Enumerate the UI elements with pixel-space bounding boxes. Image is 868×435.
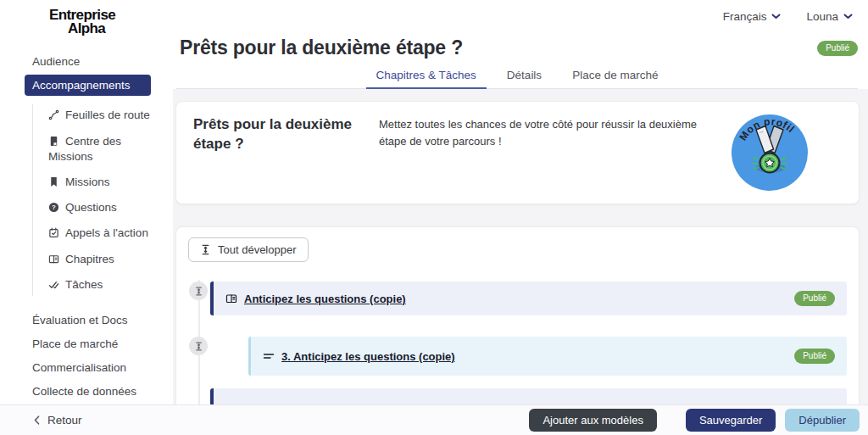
page-title: Prêts pour la deuxième étape ? xyxy=(180,36,463,59)
bookmark-icon xyxy=(48,176,59,187)
sidebar-item-taches[interactable]: Tâches xyxy=(32,272,166,298)
title-row: Prêts pour la deuxième étape ? Publié xyxy=(180,36,858,59)
brand-line2: Alpha xyxy=(68,22,173,36)
sidebar-item-label: Chapitres xyxy=(65,253,114,265)
sidebar-item-audience[interactable]: Audience xyxy=(25,51,151,72)
content-area: Prêts pour la deuxième étape ? Mettez to… xyxy=(173,89,868,435)
sidebar-item-collecte-de-donnees[interactable]: Collecte de données xyxy=(25,381,151,402)
sidebar-item-label: Missions xyxy=(65,176,110,188)
double-check-icon xyxy=(48,279,59,290)
add-to-templates-button[interactable]: Ajouter aux modèles xyxy=(529,409,657,432)
sidebar-item-appels-a-laction[interactable]: Appels à l'action xyxy=(32,220,166,246)
sidebar-nav: Audience Accompagnements Feuilles de rou… xyxy=(0,51,173,435)
sidebar-item-place-de-marche[interactable]: Place de marché xyxy=(25,333,151,354)
sidebar-item-missions[interactable]: Missions xyxy=(32,170,166,195)
tab-bar: Chapitres & Tâches Détails Place de marc… xyxy=(176,61,858,89)
expand-all-button[interactable]: Tout développer xyxy=(188,237,309,262)
chapter-title-link[interactable]: Anticipez les questions (copie) xyxy=(244,293,406,305)
unpublish-button[interactable]: Dépublier xyxy=(785,409,860,432)
main-header: Français Louna Prêts pour la deuxième ét… xyxy=(173,0,868,89)
back-button[interactable]: Retour xyxy=(34,414,82,427)
chapter-row[interactable]: Anticipez les questions (copie) Publié xyxy=(210,282,847,315)
sidebar-item-evaluation-et-docs[interactable]: Évaluation et Docs xyxy=(25,310,151,331)
chevron-down-icon xyxy=(843,14,853,20)
tab-chapitres-taches[interactable]: Chapitres & Tâches xyxy=(366,61,487,89)
task-lines-icon xyxy=(263,350,275,362)
book-icon xyxy=(48,136,59,147)
chapters-panel: Tout développer Anticipez les questions … xyxy=(175,226,860,430)
task-row[interactable]: 3. Anticipez les questions (copie) Publi… xyxy=(248,337,847,376)
unfold-vertical-icon xyxy=(200,244,211,255)
collapse-node-button[interactable] xyxy=(189,282,208,300)
route-icon xyxy=(48,109,59,120)
book-open-icon xyxy=(48,254,59,265)
chapter-row-label: Anticipez les questions (copie) xyxy=(225,293,406,305)
expand-all-label: Tout développer xyxy=(218,243,297,256)
main-area: Français Louna Prêts pour la deuxième ét… xyxy=(173,0,868,435)
user-label: Louna xyxy=(806,10,838,23)
book-open-icon xyxy=(225,293,237,304)
app-window: Entreprise Alpha Audience Accompagnement… xyxy=(0,0,868,435)
hero-description: Mettez toutes les chances de votre côté … xyxy=(379,116,706,150)
chapter-tree: Anticipez les questions (copie) Publié xyxy=(210,282,847,410)
sidebar-item-label: Tâches xyxy=(65,278,103,291)
sidebar-subnav: Feuilles de route Centre des Missions Mi… xyxy=(32,103,166,298)
footer-action-bar: Retour Ajouter aux modèles Sauvegarder D… xyxy=(0,404,868,435)
save-button[interactable]: Sauvegarder xyxy=(686,409,776,432)
unfold-vertical-icon xyxy=(194,287,203,296)
sidebar-item-chapitres[interactable]: Chapitres xyxy=(32,247,166,272)
collapse-node-button[interactable] xyxy=(189,337,208,355)
sidebar-item-accompagnements[interactable]: Accompagnements xyxy=(25,75,151,96)
sidebar-item-questions[interactable]: ?Questions xyxy=(32,195,166,220)
language-label: Français xyxy=(723,10,767,23)
task-title-link[interactable]: 3. Anticipez les questions (copie) xyxy=(281,350,455,363)
profile-medal-badge: Mon profil xyxy=(732,114,808,191)
hero-title: Prêts pour la deuxième étape ? xyxy=(193,115,359,154)
svg-text:?: ? xyxy=(52,204,56,211)
sidebar: Entreprise Alpha Audience Accompagnement… xyxy=(0,0,173,435)
task-row-label: 3. Anticipez les questions (copie) xyxy=(263,350,455,363)
brand-logo: Entreprise Alpha xyxy=(49,8,173,36)
sidebar-item-commercialisation[interactable]: Commercialisation xyxy=(25,357,151,378)
status-badge: Publié xyxy=(794,291,835,306)
status-badge: Publié xyxy=(817,41,858,56)
tree-node-chapter: Anticipez les questions (copie) Publié xyxy=(210,282,847,315)
status-badge: Publié xyxy=(794,349,835,364)
hero-card: Prêts pour la deuxième étape ? Mettez to… xyxy=(175,101,860,204)
top-controls: Français Louna xyxy=(176,7,858,25)
footer-buttons: Ajouter aux modèles Sauvegarder Dépublie… xyxy=(529,409,860,432)
chevron-left-icon xyxy=(34,415,40,425)
tree-node-task: 3. Anticipez les questions (copie) Publi… xyxy=(248,337,847,376)
language-dropdown[interactable]: Français xyxy=(723,10,782,23)
back-label: Retour xyxy=(47,414,82,427)
unfold-vertical-icon xyxy=(194,342,203,351)
tab-place-de-marche[interactable]: Place de marché xyxy=(562,61,668,89)
subnav-guide-line xyxy=(32,104,33,296)
calendar-check-icon xyxy=(48,227,59,238)
user-dropdown[interactable]: Louna xyxy=(806,10,853,23)
sidebar-item-label: Appels à l'action xyxy=(65,226,148,239)
tab-details[interactable]: Détails xyxy=(497,61,552,89)
question-icon: ? xyxy=(48,202,59,213)
sidebar-item-feuilles-de-route[interactable]: Feuilles de route xyxy=(32,103,166,128)
chevron-down-icon xyxy=(771,14,781,20)
sidebar-item-label: Questions xyxy=(65,201,117,214)
sidebar-item-label: Feuilles de route xyxy=(65,109,150,121)
sidebar-item-centre-des-missions[interactable]: Centre des Missions xyxy=(32,129,166,170)
